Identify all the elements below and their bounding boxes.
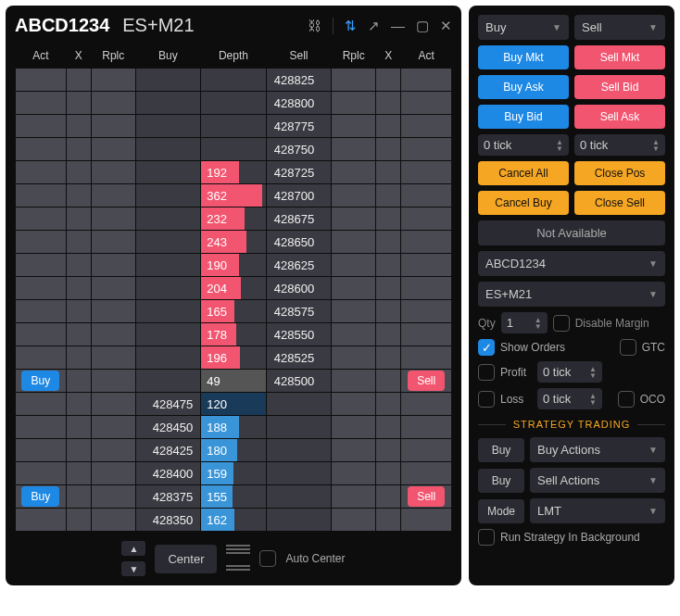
run-bg-checkbox[interactable] [478, 529, 495, 546]
minimize-icon[interactable]: — [391, 18, 405, 33]
table-row[interactable]: 362428700 [16, 184, 452, 207]
col-sell: Sell [266, 44, 332, 69]
show-orders-checkbox[interactable]: ✓ [478, 339, 495, 356]
col-act-l: Act [16, 44, 67, 69]
col-buy: Buy [135, 44, 201, 69]
scroll-down-button[interactable]: ▼ [121, 561, 145, 576]
row-sell-button[interactable]: Sell [408, 486, 445, 507]
mode-label-button[interactable]: Mode [478, 499, 524, 523]
profit-label: Profit [500, 366, 532, 379]
buy-mkt-button[interactable]: Buy Mkt [478, 45, 569, 69]
buy-ask-button[interactable]: Buy Ask [478, 75, 569, 99]
table-row[interactable]: Buy428375155Sell [16, 485, 452, 509]
oco-checkbox[interactable] [618, 391, 635, 408]
col-x-l: X [66, 44, 91, 69]
close-icon[interactable]: ✕ [440, 18, 452, 34]
cancel-all-button[interactable]: Cancel All [478, 161, 569, 185]
strategy-sell-button[interactable]: Buy [478, 469, 524, 493]
sell-select[interactable]: Sell▼ [574, 15, 665, 40]
table-row[interactable]: Buy49428500Sell [16, 370, 452, 393]
loss-label: Loss [500, 393, 532, 406]
not-available-label: Not Available [478, 220, 665, 245]
mode-select[interactable]: LMT▼ [530, 498, 665, 523]
table-row[interactable]: 165428575 [16, 300, 452, 323]
depth-table: Act X Rplc Buy Depth Sell Rplc X Act 428… [15, 44, 452, 532]
col-rplc-r: Rplc [332, 44, 376, 69]
buy-bid-button[interactable]: Buy Bid [478, 105, 569, 129]
zoom-out-button[interactable] [226, 561, 250, 574]
row-buy-button[interactable]: Buy [21, 371, 59, 391]
table-row[interactable]: 428450188 [16, 416, 452, 439]
disable-margin-checkbox[interactable] [553, 315, 570, 332]
cancel-buy-button[interactable]: Cancel Buy [478, 191, 569, 215]
table-row[interactable]: 428750 [16, 138, 452, 161]
table-row[interactable]: 428800 [16, 92, 452, 115]
table-row[interactable]: 196428525 [16, 346, 452, 370]
table-row[interactable]: 178428550 [16, 323, 452, 346]
auto-center-label: Auto Center [285, 552, 345, 565]
close-pos-button[interactable]: Close Pos [574, 161, 665, 185]
table-row[interactable]: 428425180 [16, 439, 452, 462]
oco-label: OCO [640, 393, 665, 406]
center-button[interactable]: Center [155, 545, 217, 573]
sell-bid-button[interactable]: Sell Bid [574, 75, 665, 99]
loss-stepper[interactable]: 0 tick▲▼ [537, 388, 602, 409]
profit-checkbox[interactable] [478, 364, 495, 381]
disable-margin-label: Disable Margin [575, 317, 649, 330]
profit-stepper[interactable]: 0 tick▲▼ [537, 361, 602, 383]
buy-select[interactable]: Buy▼ [478, 15, 569, 40]
buy-tick-stepper[interactable]: 0 tick▲▼ [478, 134, 569, 156]
table-row[interactable]: 428825 [16, 69, 452, 92]
col-rplc-l: Rplc [91, 44, 135, 69]
table-row[interactable]: 428350162 [16, 509, 452, 532]
table-row[interactable]: 192428725 [16, 161, 452, 184]
auto-center-checkbox[interactable] [259, 550, 276, 567]
strategy-trading-header: STRATEGY TRADING [478, 419, 665, 430]
col-x-r: X [376, 44, 401, 69]
gtc-label: GTC [642, 341, 665, 354]
qty-label: Qty [478, 317, 496, 330]
expand-vert-icon[interactable]: ⇅ [345, 18, 357, 34]
zoom-in-button[interactable] [226, 543, 250, 556]
scroll-up-button[interactable]: ▲ [121, 541, 145, 556]
maximize-icon[interactable]: ▢ [416, 18, 429, 34]
account-select[interactable]: ABCD1234▼ [478, 251, 665, 276]
sell-ask-button[interactable]: Sell Ask [574, 105, 665, 129]
col-act-r: Act [401, 44, 452, 69]
strategy-buy-button[interactable]: Buy [478, 438, 524, 462]
table-row[interactable]: 428475120 [16, 393, 452, 416]
show-orders-label: Show Orders [500, 341, 565, 354]
close-sell-button[interactable]: Close Sell [574, 191, 665, 215]
loss-checkbox[interactable] [478, 391, 495, 408]
table-row[interactable]: 428775 [16, 115, 452, 138]
table-row[interactable]: 204428600 [16, 277, 452, 300]
symbol-select[interactable]: ES+M21▼ [478, 282, 665, 307]
table-row[interactable]: 243428650 [16, 231, 452, 254]
popout-icon[interactable]: ↗ [368, 18, 380, 34]
row-sell-button[interactable]: Sell [408, 371, 445, 391]
row-buy-button[interactable]: Buy [21, 486, 59, 507]
buy-actions-select[interactable]: Buy Actions▼ [530, 437, 665, 462]
table-row[interactable]: 190428625 [16, 254, 452, 277]
col-depth: Depth [201, 44, 267, 69]
link-icon[interactable]: ⛓ [308, 18, 321, 33]
qty-stepper[interactable]: 1▲▼ [501, 312, 548, 333]
sell-tick-stepper[interactable]: 0 tick▲▼ [574, 134, 665, 156]
table-row[interactable]: 428400159 [16, 462, 452, 485]
account-title: ABCD1234 [15, 15, 109, 36]
symbol-title: ES+M21 [122, 15, 194, 36]
run-bg-label: Run Strategy In Background [500, 531, 640, 544]
table-row[interactable]: 232428675 [16, 207, 452, 231]
sell-mkt-button[interactable]: Sell Mkt [574, 45, 665, 69]
sell-actions-select[interactable]: Sell Actions▼ [530, 468, 665, 493]
gtc-checkbox[interactable] [620, 339, 636, 356]
